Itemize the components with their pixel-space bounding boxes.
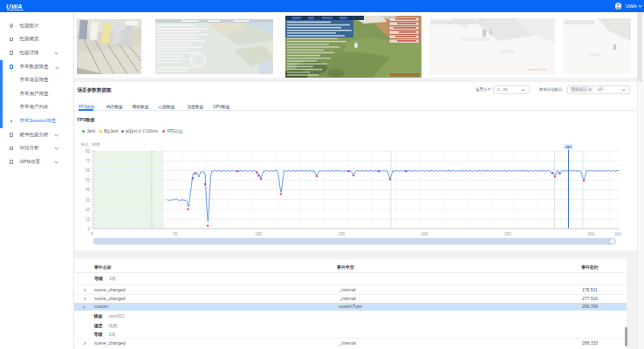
svg-text:0: 0	[87, 227, 90, 231]
svg-text:70: 70	[86, 159, 91, 163]
svg-text:300: 300	[587, 232, 594, 236]
svg-text:50: 50	[173, 232, 178, 236]
svg-text:40: 40	[86, 188, 91, 192]
svg-text:316: 316	[614, 232, 621, 236]
svg-text:100: 100	[255, 232, 262, 236]
svg-text:50: 50	[86, 178, 91, 182]
svg-text:10: 10	[86, 217, 91, 222]
svg-text:250: 250	[504, 232, 511, 236]
svg-text:60: 60	[86, 168, 91, 173]
svg-text:150: 150	[338, 232, 345, 236]
svg-text:20: 20	[86, 208, 91, 212]
svg-text:287: 287	[565, 145, 572, 149]
svg-text:0: 0	[91, 232, 93, 236]
svg-text:80: 80	[86, 149, 91, 154]
svg-text:200: 200	[421, 232, 428, 236]
svg-text:30: 30	[86, 198, 91, 202]
